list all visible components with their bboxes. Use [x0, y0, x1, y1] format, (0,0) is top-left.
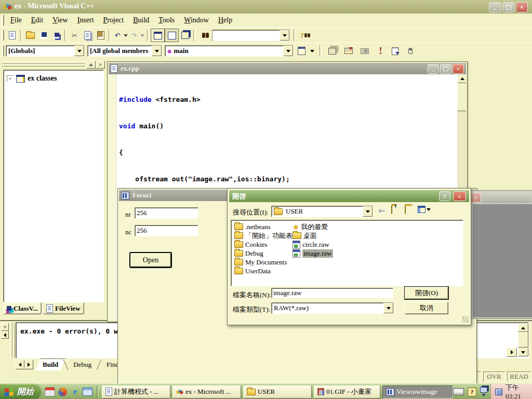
dialog-help-button[interactable]: ? — [439, 191, 450, 201]
execute-program-icon[interactable]: ! — [374, 45, 387, 57]
keyboard-icon[interactable] — [453, 388, 464, 395]
menu-tools[interactable]: Tools — [154, 14, 179, 26]
save-icon[interactable] — [37, 29, 50, 42]
scope-combo[interactable]: [Globals] — [6, 45, 85, 57]
undo-dropdown-icon[interactable] — [123, 29, 129, 42]
panel-close-button[interactable]: × — [96, 61, 105, 69]
paste-icon[interactable] — [94, 29, 107, 42]
save-all-icon[interactable] — [50, 29, 63, 42]
find-input[interactable] — [212, 31, 277, 40]
remote-display-icon[interactable] — [480, 387, 487, 396]
file-type-dropdown[interactable] — [383, 303, 393, 313]
nr-input[interactable] — [135, 207, 198, 219]
output-hscroll-right-icon[interactable] — [507, 348, 517, 357]
back-icon[interactable]: ← — [378, 206, 385, 216]
member-dropdown[interactable] — [283, 46, 293, 56]
open-file-icon[interactable] — [24, 29, 37, 42]
network-icon[interactable] — [495, 389, 502, 395]
task-user-folder[interactable]: USER — [243, 385, 312, 398]
menu-build[interactable]: Build — [128, 14, 154, 26]
dialog-open-button[interactable]: 開啓(O) — [405, 287, 448, 299]
file-name-input[interactable] — [271, 288, 393, 298]
panel-pin-button[interactable] — [86, 61, 96, 69]
internet-explorer-icon[interactable]: e — [70, 387, 79, 396]
find-combo-dropdown[interactable] — [280, 30, 289, 41]
file-type-combo[interactable]: RAW(*.raw) — [271, 302, 394, 314]
list-item[interactable]: .netbeans — [234, 222, 292, 231]
redo-dropdown-icon[interactable] — [139, 29, 145, 42]
resize-grip[interactable] — [462, 316, 469, 323]
desktop-app-icon[interactable] — [45, 387, 55, 396]
redo-icon[interactable]: ↷ — [129, 29, 139, 42]
search-help-icon[interactable]: ? — [297, 29, 310, 42]
tree-expand-icon[interactable]: + — [7, 75, 14, 82]
wizardbar-grip[interactable] — [2, 46, 4, 56]
editor-scroll-thumb[interactable] — [457, 83, 466, 111]
list-item[interactable]: UserData — [234, 267, 292, 275]
output-vscrollbar[interactable] — [518, 324, 527, 356]
editor-title-bar[interactable]: ex.cpp – × — [109, 63, 466, 74]
output-grip2[interactable] — [12, 323, 15, 357]
start-button[interactable]: 開始 — [0, 384, 41, 399]
dialog-close-button[interactable]: × — [453, 191, 466, 201]
editor-close-button[interactable]: × — [453, 64, 464, 74]
tab-classview[interactable]: ClassV... — [3, 302, 42, 314]
editor-maximize-button[interactable] — [440, 64, 451, 74]
tab-build[interactable]: Build — [35, 358, 65, 370]
output-pane-icon[interactable] — [165, 29, 179, 42]
menu-view[interactable]: View — [48, 14, 73, 26]
look-in-combo[interactable]: USER — [271, 206, 373, 217]
task-calculator-doc[interactable]: 計算機程式 - ... — [102, 385, 170, 398]
task-viewrawimage[interactable]: Viewrawimage — [382, 385, 453, 398]
outlook-express-icon[interactable] — [83, 388, 92, 396]
member-combo[interactable]: ◆ main — [165, 45, 294, 57]
go-icon[interactable] — [389, 45, 402, 57]
scope-dropdown[interactable] — [74, 46, 84, 56]
menu-file[interactable]: File — [6, 14, 26, 26]
nc-input[interactable] — [135, 225, 198, 236]
new-file-icon[interactable] — [6, 29, 19, 42]
editor-scroll-up-icon[interactable] — [457, 74, 466, 83]
media-player-icon[interactable] — [58, 388, 67, 396]
look-in-dropdown[interactable] — [363, 206, 373, 217]
menu-grip[interactable] — [2, 15, 4, 25]
find-combo[interactable] — [212, 30, 290, 41]
window-list-icon[interactable] — [179, 29, 192, 42]
view-window-close-button[interactable]: × — [470, 193, 481, 203]
output-collapse-button[interactable] — [1, 331, 9, 339]
close-button[interactable]: × — [516, 2, 528, 12]
scroll-down-icon[interactable] — [518, 348, 528, 356]
filter-dropdown[interactable] — [152, 46, 162, 56]
scroll-up-icon[interactable] — [518, 324, 528, 332]
tabs-scroll-right[interactable] — [24, 360, 33, 369]
compile-icon[interactable] — [326, 45, 339, 57]
tab-debug[interactable]: Debug — [66, 359, 99, 370]
help-icon[interactable]: ? — [468, 388, 476, 396]
menu-edit[interactable]: Edit — [26, 14, 48, 26]
list-item[interactable]: ★我的最愛 — [292, 222, 333, 231]
open-dialog-title-bar[interactable]: 開啓 ? × — [229, 190, 469, 202]
panel-grip2[interactable] — [2, 64, 85, 66]
filter-combo[interactable]: [All global members — [87, 45, 162, 57]
list-item[interactable]: Cookies — [234, 240, 292, 249]
editor-minimize-button[interactable]: – — [428, 64, 439, 74]
workspace-pane-icon[interactable] — [151, 29, 165, 42]
output-close-button[interactable]: × — [1, 323, 9, 331]
wizard-action-dropdown[interactable] — [309, 45, 315, 57]
toolbar-grip[interactable] — [2, 30, 4, 41]
scroll-thumb[interactable] — [518, 332, 528, 348]
file-list[interactable]: .netbeans 「開始」功能表 Cookies Debug My Docum… — [231, 220, 463, 286]
insert-breakpoint-icon[interactable] — [404, 45, 417, 57]
undo-icon[interactable]: ↶ — [112, 29, 123, 42]
view-window-title-bar[interactable]: × — [468, 192, 531, 203]
menu-project[interactable]: Project — [99, 14, 129, 26]
list-item[interactable]: circle.raw — [292, 240, 333, 249]
main-title-bar[interactable]: ex - Microsoft Visual C++ – × — [0, 0, 532, 14]
task-visual-cpp[interactable]: ex - Microsoft ... — [172, 385, 241, 398]
stop-build-icon[interactable]: ✕ — [358, 45, 371, 57]
view-window-canvas[interactable] — [473, 204, 532, 317]
build-icon[interactable] — [342, 45, 355, 57]
list-item[interactable]: 「開始」功能表 — [234, 231, 292, 240]
list-item-selected[interactable]: image.raw — [292, 249, 333, 258]
tab-fileview[interactable]: FileView — [43, 302, 84, 314]
